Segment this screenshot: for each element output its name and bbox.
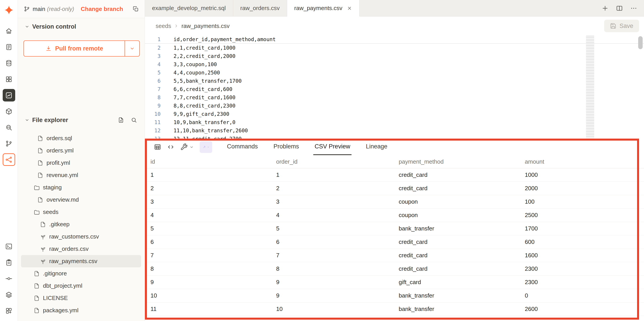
file-item-seeds[interactable]: seeds [21,206,141,218]
table-cell: credit_card [399,172,525,178]
file-item-orders.yml[interactable]: orders.yml [21,144,141,157]
tab-raw_payments.csv[interactable]: raw_payments.csv [287,0,360,16]
split-editor-button[interactable] [616,5,623,12]
wand-icon [203,146,206,148]
chevron-right-wrap [174,24,179,28]
breadcrumb-folder[interactable]: seeds [156,22,171,30]
table-cell: 1 [150,172,276,178]
tab-label: raw_orders.csv [240,5,280,12]
file-item-revenue.yml[interactable]: revenue.yml [21,169,141,181]
pull-main[interactable]: Pull from remote [24,41,124,56]
line-text: id,order_id,payment_method,amount [160,36,276,42]
apps-icon [5,307,12,314]
file-item-raw_orders.csv[interactable]: raw_orders.csv [21,243,141,255]
panel-tab-label: Lineage [366,143,387,150]
file-item-staging[interactable]: staging [21,181,141,194]
more-options-button[interactable] [630,5,637,12]
search-files-button[interactable] [131,117,137,123]
rail-item-home[interactable] [3,24,15,37]
git-commit-icon [5,275,12,282]
ellipsis-icon [630,5,637,12]
panel-tab-Problems[interactable]: Problems [272,139,300,155]
close-tab-button[interactable] [347,6,352,11]
file-item-orders.sql[interactable]: orders.sql [21,132,141,144]
file-item-dbt_project.yml[interactable]: dbt_project.yml [21,280,141,292]
rail-item-code-search[interactable] [3,121,15,134]
table-view-button[interactable] [154,143,161,151]
copy-branch-button[interactable] [132,6,139,12]
rail-item-layers[interactable] [3,288,15,301]
rail-item-grid[interactable] [3,73,15,86]
table-cell: coupon [399,212,525,218]
split-icon [616,5,623,12]
table-row: 33coupon100 [145,195,644,208]
tab-raw_orders.csv[interactable]: raw_orders.csv [233,0,287,16]
panel-tab-CSV Preview[interactable]: CSV Preview [313,139,352,155]
table-cell: 7 [276,252,399,259]
table-cell: 10 [276,306,399,312]
file-item-.gitignore[interactable]: .gitignore [21,267,141,280]
file-explorer-header[interactable]: File explorer [18,115,145,125]
file-plus-icon [118,117,124,123]
file-item-packages.yml[interactable]: packages.yml [21,304,141,316]
tab-label: raw_payments.csv [294,5,342,12]
table-cell: 2 [150,185,276,192]
line-text: 9,9,gift_card,2300 [160,111,229,117]
code-icon [167,143,174,151]
rail-item-database[interactable] [3,57,15,69]
file-item-overview.md[interactable]: overview.md [21,194,141,206]
file-item-raw_payments.csv[interactable]: raw_payments.csv [21,255,141,267]
tab-example_develop_metric.sql[interactable]: example_develop_metric.sql [145,0,233,16]
version-control-header[interactable]: Version control [18,22,145,32]
code-line: 65,5,bank_transfer,1700 [145,77,644,85]
download-wrap [46,46,52,52]
git-branch-icon [24,6,30,12]
rail-item-develop[interactable] [3,89,15,102]
change-branch-link[interactable]: Change branch [81,6,123,12]
file-item-LICENSE[interactable]: LICENSE [21,292,141,304]
minimap[interactable] [586,36,594,138]
file-label: overview.md [46,196,79,203]
main-area: example_develop_metric.sqlraw_orders.csv… [145,0,644,321]
file-item-profit.yml[interactable]: profit.yml [21,157,141,169]
pull-from-remote-button[interactable]: Pull from remote [24,40,140,56]
panel-toolbar: CommandsProblemsCSV PreviewLineage [145,139,644,155]
new-file-button[interactable] [118,117,124,123]
new-tab-button[interactable] [602,5,609,12]
rail-item-terminal[interactable] [3,240,15,252]
code-view-button[interactable] [167,143,174,151]
rail-item-apps[interactable] [3,304,15,317]
file-label: raw_orders.csv [49,246,88,252]
table-cell: 2300 [525,265,644,272]
line-text: 1,1,credit_card,1000 [160,45,236,51]
code-line: 87,7,credit_card,1600 [145,93,644,102]
dbt-logo[interactable] [4,5,14,15]
chevron-down-icon [207,145,209,149]
rail-item-lineage[interactable] [3,153,15,166]
file-explorer-tools [118,117,138,123]
table-cell: 5 [150,225,276,232]
code-line: 109,9,gift_card,2300 [145,110,644,118]
panel-tab-Commands[interactable]: Commands [226,139,259,155]
file-item-raw_customers.csv[interactable]: raw_customers.csv [21,230,141,243]
pull-dropdown-button[interactable] [125,41,139,56]
rail-item-branch[interactable] [3,137,15,150]
panel-tab-list: CommandsProblemsCSV PreviewLineage [226,139,402,155]
chevron-down-icon [24,118,30,122]
file-item-.gitkeep[interactable]: .gitkeep [21,218,141,230]
table-cell: coupon [399,198,525,205]
panel-tab-Lineage[interactable]: Lineage [364,139,389,155]
save-button[interactable]: Save [604,20,639,32]
line-text: 2,2,credit_card,2000 [160,53,236,59]
ai-assist-button[interactable] [200,141,212,153]
editor-scrollbar-thumb[interactable] [638,36,643,49]
configure-button[interactable] [180,143,194,151]
code-editor[interactable]: 1id,order_id,payment_method,amount21,1,c… [145,35,644,139]
table-cell: 600 [525,238,644,246]
file-label: .gitignore [43,270,67,277]
rail-item-notebook[interactable] [3,41,15,53]
rail-item-cube[interactable] [3,105,15,118]
rail-item-clipboard[interactable] [3,256,15,269]
line-number: 5 [145,70,160,76]
rail-item-git-commit[interactable] [3,272,15,285]
